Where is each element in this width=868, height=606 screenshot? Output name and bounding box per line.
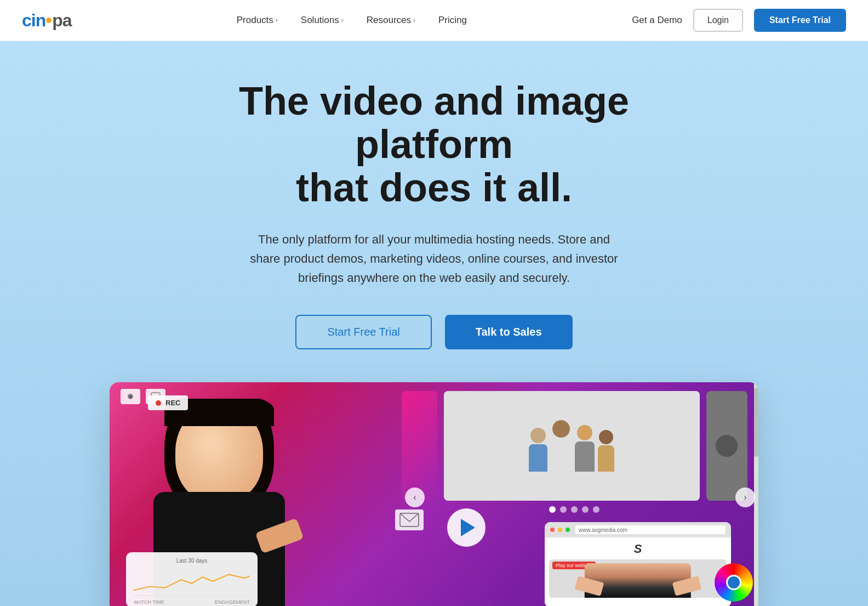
browser-bar: www.axgmedia.com	[545, 522, 731, 537]
email-float-icon	[395, 509, 424, 530]
browser-minimize-dot	[558, 528, 562, 532]
person-thumb-icon	[716, 435, 738, 457]
talk-to-sales-button[interactable]: Talk to Sales	[445, 315, 573, 349]
hero-buttons: Start Free Trial Talk to Sales	[110, 315, 758, 349]
video-thumbnail: Play our webinar	[549, 559, 727, 598]
dot-5[interactable]	[593, 506, 599, 513]
person-2-head	[552, 420, 570, 438]
person-4-head	[599, 430, 613, 444]
webcam-icon	[121, 389, 140, 404]
people-group	[529, 420, 614, 472]
logo-cin-text: cin	[22, 10, 45, 30]
browser-content: S Play our webinar	[545, 537, 731, 606]
gallery-main-image	[444, 391, 700, 501]
demo-container: REC	[110, 382, 758, 606]
analytics-card: Last 30 days WATCH TIME ENGAGEMENT	[126, 552, 258, 606]
brand-s-logo: S	[634, 542, 642, 556]
rec-dot-icon	[156, 400, 161, 406]
dot-1[interactable]	[549, 506, 556, 513]
carousel-dots	[402, 506, 747, 513]
color-picker-wheel[interactable]	[715, 563, 753, 602]
email-icon-box	[395, 509, 424, 530]
demo-right-panel: ‹	[402, 382, 758, 606]
get-demo-link[interactable]: Get a Demo	[632, 15, 682, 26]
hero-title: The video and image platform that does i…	[187, 80, 681, 210]
analytics-chart	[134, 566, 250, 596]
hero-subtitle: The only platform for all your multimedi…	[242, 230, 626, 288]
dot-2[interactable]	[560, 506, 567, 513]
dot-4[interactable]	[582, 506, 589, 513]
analytics-x-labels: WATCH TIME ENGAGEMENT	[134, 599, 250, 605]
gallery-thumb-small	[402, 391, 437, 501]
person-2	[551, 420, 572, 472]
solutions-chevron-icon: ›	[341, 16, 344, 24]
logo: cinpa	[22, 10, 72, 31]
main-nav: Products › Solutions › Resources › Prici…	[228, 10, 476, 30]
play-button[interactable]	[447, 508, 486, 547]
person-3-head	[577, 425, 592, 440]
nav-pricing[interactable]: Pricing	[430, 10, 476, 30]
color-picker-knob	[726, 575, 741, 590]
svg-point-1	[129, 395, 132, 398]
start-trial-hero-button[interactable]: Start Free Trial	[295, 315, 431, 349]
start-trial-header-button[interactable]: Start Free Trial	[754, 9, 846, 32]
header: cinpa Products › Solutions › Resources ›…	[0, 0, 868, 41]
nav-resources[interactable]: Resources ›	[358, 10, 424, 30]
browser-close-dot	[550, 528, 555, 532]
person-1-head	[530, 428, 546, 443]
person-4	[598, 430, 614, 472]
gallery-top	[402, 391, 747, 501]
gallery-thumb-right-content	[706, 391, 747, 501]
person-4-body	[598, 445, 614, 472]
logo-dot-icon	[46, 18, 52, 23]
carousel-prev-button[interactable]: ‹	[405, 488, 425, 507]
email-svg-icon	[399, 513, 419, 527]
gallery-thumb-right	[706, 391, 747, 501]
nav-solutions[interactable]: Solutions ›	[292, 10, 352, 30]
webcam-svg	[125, 392, 136, 401]
person-3	[575, 425, 595, 472]
nav-products[interactable]: Products ›	[228, 10, 287, 30]
login-button[interactable]: Login	[693, 9, 743, 32]
logo-copa-text: pa	[52, 10, 71, 30]
browser-maximize-dot	[566, 528, 570, 532]
people-image	[444, 391, 700, 501]
browser-mockup: www.axgmedia.com S Play our webinar	[545, 522, 731, 606]
person-1	[529, 428, 547, 472]
carousel-next-button[interactable]: ›	[735, 488, 755, 507]
person-3-body	[575, 441, 595, 472]
hero-section: The video and image platform that does i…	[0, 41, 868, 606]
rec-indicator: REC	[148, 395, 188, 410]
dot-3[interactable]	[571, 506, 578, 513]
play-triangle-icon	[461, 519, 475, 536]
resources-chevron-icon: ›	[413, 16, 415, 24]
person-1-body	[529, 444, 547, 472]
header-actions: Get a Demo Login Start Free Trial	[632, 9, 846, 32]
products-chevron-icon: ›	[276, 16, 278, 24]
browser-url-bar: www.axgmedia.com	[575, 525, 726, 534]
analytics-label: Last 30 days	[134, 558, 250, 564]
demo-inner: REC	[110, 382, 758, 606]
person-2-body	[551, 439, 572, 472]
